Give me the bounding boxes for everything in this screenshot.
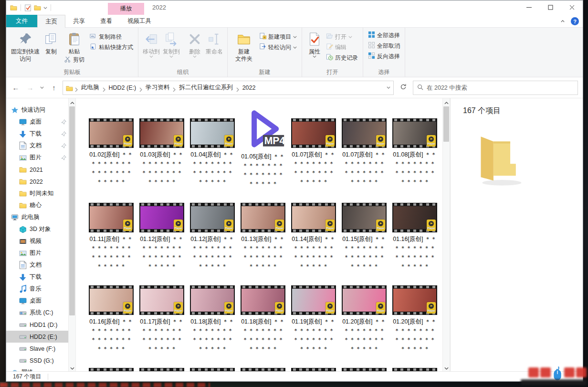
- copy-button[interactable]: 复制: [42, 29, 61, 56]
- sidebar-item-系统 (C:)[interactable]: 系统 (C:): [6, 307, 68, 319]
- file-item[interactable]: Player01.04[原创] ＊＊＊＊＊＊＊＊＊＊＊＊＊＊＊＊＊＊＊＊＊: [190, 118, 235, 188]
- file-item[interactable]: Player01.11[原创] ＊＊＊＊＊＊＊＊＊＊＊＊＊＊＊＊＊＊＊＊＊: [89, 203, 134, 271]
- edit-button[interactable]: 编辑: [324, 42, 360, 52]
- minimize-button[interactable]: [518, 0, 540, 14]
- new-item-button[interactable]: 新建项目: [257, 31, 299, 42]
- file-item[interactable]: Player01.14[原创] ＊＊＊＊＊＊＊＊＊＊＊＊＊＊＊＊＊＊＊＊＊: [291, 203, 336, 271]
- sidebar-scrollbar[interactable]: [68, 98, 76, 371]
- breadcrumb-chevron-icon[interactable]: [173, 85, 176, 90]
- tab-video-tools[interactable]: 视频工具: [120, 15, 159, 27]
- file-item[interactable]: Player01.18[原创] ＊＊＊＊＊＊＊＊＊＊＊＊＊＊＊＊＊＊＊＊＊: [241, 285, 285, 354]
- file-item[interactable]: Player01.16[原创] ＊＊＊＊＊＊＊＊＊＊＊＊＊＊＊＊＊＊＊＊＊: [89, 285, 134, 354]
- delete-button[interactable]: 删除: [185, 29, 204, 59]
- properties-check-icon[interactable]: [24, 4, 32, 11]
- file-item[interactable]: Player: [392, 368, 437, 371]
- rename-button[interactable]: 重命名: [204, 29, 224, 56]
- breadcrumb-chevron-icon[interactable]: [75, 85, 78, 90]
- file-item[interactable]: Player01.17[原创] ＊＊＊＊＊＊＊＊＊＊＊＊＊＊＊＊＊＊＊＊＊: [139, 285, 184, 354]
- sidebar-item-下载[interactable]: 下载: [6, 128, 68, 140]
- up-button[interactable]: ↑: [48, 82, 60, 94]
- tab-file[interactable]: 文件: [6, 15, 37, 27]
- file-item[interactable]: Player01.20[原创] ＊＊＊＊＊＊＊＊＊＊＊＊＊＊＊＊＊＊＊＊＊: [342, 285, 387, 354]
- new-folder-button[interactable]: 新建 文件夹: [231, 29, 257, 63]
- sidebar-item-下载[interactable]: 下载: [6, 271, 68, 283]
- history-button[interactable]: 历史记录: [324, 52, 360, 63]
- file-list-scrollbar[interactable]: [442, 98, 450, 371]
- close-button[interactable]: [561, 0, 583, 14]
- scrollbar-thumb[interactable]: [69, 106, 75, 315]
- search-input[interactable]: [427, 84, 574, 91]
- sidebar-item-桌面[interactable]: 桌面: [6, 116, 68, 128]
- file-item[interactable]: Player01.13[原创] ＊＊＊＊＊＊＊＊＊＊＊＊＊＊＊＊＊＊＊＊＊: [241, 203, 285, 271]
- file-item[interactable]: Player01.19[原创] ＊＊＊＊＊＊＊＊＊＊＊＊＊＊＊＊＊＊＊＊＊: [291, 285, 336, 354]
- sidebar-item-HDD1 (D:)[interactable]: HDD1 (D:): [6, 319, 68, 331]
- copy-to-button[interactable]: 复制到: [161, 29, 181, 59]
- folder-icon[interactable]: [10, 4, 17, 11]
- file-item[interactable]: Player01.15[原创] ＊＊＊＊＊＊＊＊＊＊＊＊＊＊＊＊＊＊＊＊＊: [342, 203, 387, 271]
- file-item[interactable]: Player: [89, 368, 134, 371]
- sidebar-item-2021[interactable]: 2021: [6, 164, 68, 176]
- sidebar-item-3D 对象[interactable]: 3D 对象: [6, 223, 68, 235]
- breadcrumb-item[interactable]: 此电脑: [79, 84, 102, 92]
- file-item[interactable]: MP401.05[原创] ＊＊＊＊＊＊＊＊＊＊＊＊＊＊＊＊＊＊＊＊＊: [241, 118, 285, 188]
- qat-dropdown-icon[interactable]: [43, 7, 47, 9]
- sidebar-section-此电脑[interactable]: 此电脑: [6, 211, 68, 223]
- tab-share[interactable]: 共享: [65, 15, 93, 27]
- sidebar-item-HDD2 (E:)[interactable]: HDD2 (E:): [6, 331, 68, 343]
- breadcrumb-item[interactable]: HDD2 (E:): [106, 84, 139, 91]
- cut-button[interactable]: 剪切: [62, 55, 86, 64]
- file-item[interactable]: Player: [241, 368, 285, 371]
- sidebar-item-文档[interactable]: 文档: [6, 140, 68, 152]
- breadcrumb-chevron-icon[interactable]: [139, 85, 142, 90]
- scroll-up-arrow[interactable]: [69, 98, 75, 106]
- breadcrumb-chevron-icon[interactable]: [103, 85, 105, 90]
- breadcrumb-item[interactable]: 2022: [240, 84, 258, 91]
- scrollbar-thumb[interactable]: [443, 106, 449, 142]
- sidebar-item-2022[interactable]: 2022: [6, 176, 68, 188]
- file-item[interactable]: Player01.12[原创] ＊＊＊＊＊＊＊＊＊＊＊＊＊＊＊＊＊＊＊＊＊: [139, 203, 184, 271]
- sidebar-section-快速访问[interactable]: 快速访问: [6, 104, 68, 116]
- file-item[interactable]: Player01.02[原创] ＊＊＊＊＊＊＊＊＊＊＊＊＊＊＊＊＊＊＊＊＊: [89, 118, 134, 188]
- select-none-button[interactable]: 全部取消: [366, 41, 402, 51]
- file-item[interactable]: Player01.20[原创] ＊＊＊＊＊＊＊＊＊＊＊＊＊＊＊＊＊＊＊＊＊: [392, 285, 437, 354]
- breadcrumb-item[interactable]: 拆二代日遍红尘系列: [177, 84, 235, 92]
- scroll-down-arrow[interactable]: [443, 364, 450, 371]
- sidebar-item-图片[interactable]: 图片: [6, 152, 68, 164]
- scroll-up-arrow[interactable]: [443, 98, 450, 106]
- maximize-button[interactable]: [540, 0, 561, 14]
- sidebar-item-桌面[interactable]: 桌面: [6, 295, 68, 307]
- ribbon-collapse-icon[interactable]: [561, 20, 566, 22]
- paste-button[interactable]: 粘贴 剪切: [61, 29, 88, 65]
- file-item[interactable]: Player: [190, 368, 235, 371]
- move-to-button[interactable]: 移动到: [141, 29, 161, 59]
- forward-button[interactable]: →: [24, 82, 36, 94]
- breadcrumb[interactable]: 此电脑HDD2 (E:)学习资料拆二代日遍红尘系列2022: [63, 81, 394, 95]
- sidebar-item-文档[interactable]: 文档: [6, 259, 68, 271]
- folder-icon[interactable]: [34, 4, 41, 11]
- file-item[interactable]: Player01.12[原创] ＊＊＊＊＊＊＊＊＊＊＊＊＊＊＊＊＊＊＊＊＊: [190, 203, 235, 271]
- easy-access-button[interactable]: 轻松访问: [257, 42, 299, 52]
- sidebar-item-视频[interactable]: 视频: [6, 235, 68, 247]
- file-item[interactable]: Player01.07[原创] ＊＊＊＊＊＊＊＊＊＊＊＊＊＊＊＊＊＊＊＊＊: [291, 118, 336, 188]
- help-icon[interactable]: ?: [571, 17, 579, 25]
- file-item[interactable]: Player01.07[原创] ＊＊＊＊＊＊＊＊＊＊＊＊＊＊＊＊＊＊＊＊＊: [342, 118, 387, 188]
- file-item[interactable]: Player: [291, 368, 336, 371]
- refresh-button[interactable]: [397, 81, 410, 94]
- tab-view[interactable]: 查看: [93, 15, 120, 27]
- sidebar-item-时间未知[interactable]: 时间未知: [6, 188, 68, 199]
- sidebar-item-Slave (F:)[interactable]: Slave (F:): [6, 343, 68, 355]
- contextual-tab-badge[interactable]: 播放: [108, 3, 144, 15]
- file-item[interactable]: Player: [139, 368, 184, 371]
- copy-path-button[interactable]: 复制路径: [88, 31, 135, 42]
- file-item[interactable]: Player01.03[原创] ＊＊＊＊＊＊＊＊＊＊＊＊＊＊＊＊＊＊＊＊＊: [139, 118, 184, 188]
- scroll-down-arrow[interactable]: [69, 364, 75, 371]
- breadcrumb-item[interactable]: 学习资料: [143, 84, 172, 92]
- pin-to-quick-access-button[interactable]: 固定到快速访问: [9, 29, 42, 63]
- sidebar-item-音乐[interactable]: 音乐: [6, 283, 68, 295]
- breadcrumb-chevron-icon[interactable]: [236, 85, 239, 90]
- back-button[interactable]: ←: [10, 82, 21, 94]
- address-dropdown-icon[interactable]: [387, 86, 390, 89]
- paste-shortcut-button[interactable]: 粘贴快捷方式: [88, 42, 135, 52]
- open-button[interactable]: 打开: [324, 31, 360, 42]
- file-item[interactable]: Player01.08[原创] ＊＊＊＊＊＊＊＊＊＊＊＊＊＊＊＊＊＊＊＊＊: [392, 118, 437, 188]
